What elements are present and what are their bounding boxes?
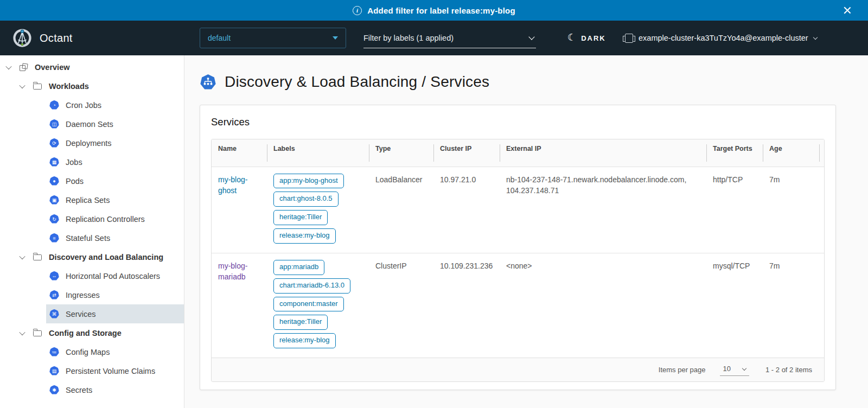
cell-cluster-ip: 10.109.231.236 xyxy=(433,253,500,358)
sidebar-item-secrets[interactable]: ✱Secrets xyxy=(0,380,184,399)
chevron-down-icon xyxy=(528,34,534,40)
caret-down-icon[interactable] xyxy=(5,63,11,69)
caret-down-icon[interactable] xyxy=(19,82,25,88)
label-pill[interactable]: heritage:Tiller xyxy=(273,315,328,330)
sidebar-item-label: Jobs xyxy=(66,158,82,167)
label-pill[interactable]: release:my-blog xyxy=(273,228,336,244)
service-name-link[interactable]: my-blog-ghost xyxy=(218,175,247,195)
label-pill[interactable]: chart:ghost-8.0.5 xyxy=(273,192,339,207)
sidebar-item-replication-controllers[interactable]: ↻Replication Controllers xyxy=(0,209,184,228)
namespace-select[interactable]: default xyxy=(200,28,346,48)
sidebar-item-label: Stateful Sets xyxy=(66,234,110,243)
sidebar-item-persistent-volume-claims[interactable]: ▤Persistent Volume Claims xyxy=(0,361,184,380)
cell-external-ip: nb-104-237-148-71.newark.nodebalancer.li… xyxy=(500,167,706,253)
sidebar-item-overview[interactable]: Overview xyxy=(0,58,184,76)
folder-icon xyxy=(33,254,42,260)
sidebar-item-daemon-sets[interactable]: ◫Daemon Sets xyxy=(0,114,184,133)
horizontal-pod-autoscalers-icon: ⇔ xyxy=(49,271,59,281)
label-pill[interactable]: app:my-blog-ghost xyxy=(273,174,344,189)
caret-down-icon[interactable] xyxy=(19,253,25,259)
folder-icon xyxy=(33,84,42,90)
col-header-age: Age xyxy=(763,139,819,167)
sidebar-item-replica-sets[interactable]: ▣Replica Sets xyxy=(0,190,184,209)
col-header-type: Type xyxy=(369,139,433,167)
sidebar-item-label: Persistent Volume Claims xyxy=(66,367,155,375)
sidebar-item-pods[interactable]: ●Pods xyxy=(0,171,184,190)
main-content: Discovery & Load Balancing / Services Se… xyxy=(184,55,868,408)
label-pill[interactable]: chart:mariadb-6.13.0 xyxy=(273,278,350,294)
cell-cluster-ip: 10.97.21.0 xyxy=(433,167,500,253)
services-card: Services NameLabelsTypeCluster IPExterna… xyxy=(200,105,836,390)
sidebar-item-horizontal-pod-autoscalers[interactable]: ⇔Horizontal Pod Autoscalers xyxy=(0,266,184,285)
table-row: my-blog-mariadbapp:mariadbchart:mariadb-… xyxy=(212,253,824,358)
moon-icon: ☾ xyxy=(567,33,576,42)
cell-type: ClusterIP xyxy=(369,253,433,358)
sidebar-item-label: Pods xyxy=(66,177,84,186)
items-per-page-label: Items per page xyxy=(659,366,706,374)
sidebar-item-label: Services xyxy=(66,310,96,318)
services-icon: ⌘ xyxy=(49,309,59,319)
page-size-select[interactable]: 10 xyxy=(720,364,749,376)
sidebar-item-label: Config and Storage xyxy=(49,329,122,337)
cell-labels: app:my-blog-ghostchart:ghost-8.0.5herita… xyxy=(267,167,369,253)
table-row: my-blog-ghostapp:my-blog-ghostchart:ghos… xyxy=(212,167,824,253)
jobs-icon: ▦ xyxy=(49,157,59,167)
folder-icon xyxy=(33,330,42,336)
cell-type: LoadBalancer xyxy=(369,167,433,253)
sidebar-item-cron-jobs[interactable]: ◔Cron Jobs xyxy=(0,95,184,114)
sidebar-item-label: Replica Sets xyxy=(66,196,110,205)
sidebar-item-label: Ingresses xyxy=(66,291,100,299)
cluster-icon xyxy=(625,34,633,43)
octant-logo-icon xyxy=(12,28,33,48)
caret-down-icon[interactable] xyxy=(19,329,25,335)
deployments-icon: ⟳ xyxy=(49,138,59,148)
cell-name: my-blog-mariadb xyxy=(212,253,267,358)
sidebar-item-label: Replication Controllers xyxy=(66,215,145,224)
col-header-empty xyxy=(819,139,824,167)
alert-message: Added filter for label release:my-blog xyxy=(367,6,515,15)
sidebar-item-stateful-sets[interactable]: ≡Stateful Sets xyxy=(0,228,184,247)
daemon-sets-icon: ◫ xyxy=(49,119,59,129)
cell-target-ports: http/TCP xyxy=(706,167,763,253)
overview-icon xyxy=(20,63,28,71)
pods-icon: ● xyxy=(49,176,59,186)
label-pill[interactable]: heritage:Tiller xyxy=(273,210,328,225)
col-header-name: Name xyxy=(212,139,267,167)
persistent-volume-claims-icon: ▤ xyxy=(49,366,59,376)
label-pill[interactable]: release:my-blog xyxy=(273,333,336,348)
label-pill[interactable]: app:mariadb xyxy=(273,260,324,275)
service-name-link[interactable]: my-blog-mariadb xyxy=(218,262,247,281)
sidebar-item-workloads[interactable]: Workloads xyxy=(0,76,184,95)
sidebar-item-config-maps[interactable]: ≔Config Maps xyxy=(0,342,184,361)
sidebar-item-jobs[interactable]: ▦Jobs xyxy=(0,152,184,171)
cron-jobs-icon: ◔ xyxy=(49,100,59,110)
dark-mode-toggle[interactable]: ☾ DARK xyxy=(567,21,606,55)
alert-banner: i Added filter for label release:my-blog xyxy=(0,0,868,21)
cell-empty xyxy=(819,253,824,358)
cluster-selector[interactable]: example-cluster-ka3TuTzYo4a@example-clus… xyxy=(625,21,817,55)
sidebar-item-ingresses[interactable]: ⇄Ingresses xyxy=(0,285,184,304)
close-icon[interactable] xyxy=(843,6,852,15)
cluster-name: example-cluster-ka3TuTzYo4a@example-clus… xyxy=(639,34,808,42)
label-filter-text: Filter by labels (1 applied) xyxy=(363,34,454,42)
cell-empty xyxy=(819,167,824,253)
replica-sets-icon: ▣ xyxy=(49,195,59,205)
sidebar-item-config-and-storage[interactable]: Config and Storage xyxy=(0,323,184,342)
stateful-sets-icon: ≡ xyxy=(49,233,59,243)
cell-labels: app:mariadbchart:mariadb-6.13.0component… xyxy=(267,253,369,358)
label-filter-dropdown[interactable]: Filter by labels (1 applied) xyxy=(363,28,536,48)
sidebar-item-services[interactable]: ⌘Services xyxy=(0,304,184,323)
namespace-value: default xyxy=(208,34,231,42)
label-pill[interactable]: component:master xyxy=(273,297,344,312)
caret-down-icon xyxy=(333,36,338,40)
sidebar-item-discovery-and-load-balancing[interactable]: Discovery and Load Balancing xyxy=(0,247,184,266)
sidebar-item-label: Config Maps xyxy=(66,348,110,356)
table-header-row: NameLabelsTypeCluster IPExternal IPTarge… xyxy=(212,139,824,167)
card-title: Services xyxy=(211,116,825,128)
sidebar-item-deployments[interactable]: ⟳Deployments xyxy=(0,133,184,152)
page-header: Discovery & Load Balancing / Services xyxy=(200,73,868,91)
sidebar-nav: OverviewWorkloads◔Cron Jobs◫Daemon Sets⟳… xyxy=(0,55,184,408)
chevron-down-icon xyxy=(813,35,817,39)
services-table: NameLabelsTypeCluster IPExternal IPTarge… xyxy=(211,139,825,382)
app-header: Octant default Filter by labels (1 appli… xyxy=(0,21,868,55)
